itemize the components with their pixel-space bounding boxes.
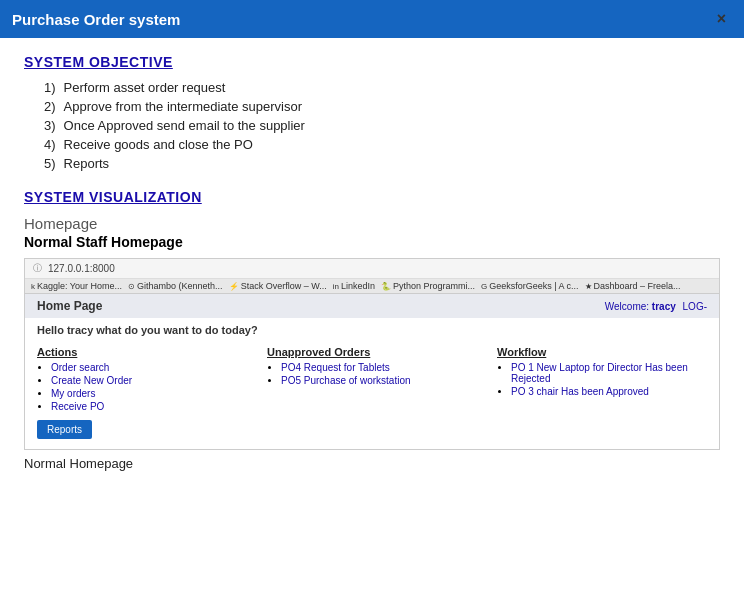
list-item: Once Approved send email to the supplier bbox=[44, 118, 720, 133]
inner-app-welcome: Welcome: tracy LOG- bbox=[605, 301, 707, 312]
address-bar: ⓘ 127.0.0.1:8000 bbox=[25, 259, 719, 279]
reports-button[interactable]: Reports bbox=[37, 420, 92, 439]
logout-label: LOG- bbox=[683, 301, 707, 312]
tab-icon: k bbox=[31, 282, 35, 291]
browser-frame: ⓘ 127.0.0.1:8000 k Kaggle: Your Home... … bbox=[24, 258, 720, 450]
action-link[interactable]: Receive PO bbox=[51, 401, 104, 412]
list-item: Receive PO bbox=[51, 401, 247, 412]
homepage-label: Homepage bbox=[24, 215, 720, 232]
action-link[interactable]: My orders bbox=[51, 388, 95, 399]
order-link[interactable]: PO4 Request for Tablets bbox=[281, 362, 390, 373]
unapproved-orders-column: Unapproved Orders PO4 Request for Tablet… bbox=[267, 346, 477, 439]
close-button[interactable]: × bbox=[711, 8, 732, 30]
inner-app: Home Page Welcome: tracy LOG- Hello trac… bbox=[25, 294, 719, 449]
list-item: Approve from the intermediate supervisor bbox=[44, 99, 720, 114]
tab-label: Dashboard – Freela... bbox=[594, 281, 681, 291]
workflow-column: Workflow PO 1 New Laptop for Director Ha… bbox=[497, 346, 707, 439]
browser-tabs-bar: k Kaggle: Your Home... ⊙ Githambo (Kenne… bbox=[25, 279, 719, 294]
action-link[interactable]: Create New Order bbox=[51, 375, 132, 386]
system-objective-section: SYSTEM OBJECTIVE Perform asset order req… bbox=[24, 54, 720, 171]
tab-icon: in bbox=[333, 282, 339, 291]
tab-icon: ⊙ bbox=[128, 282, 135, 291]
list-item: Create New Order bbox=[51, 375, 247, 386]
main-content: SYSTEM OBJECTIVE Perform asset order req… bbox=[0, 38, 744, 591]
browser-tab: ⊙ Githambo (Kenneth... bbox=[128, 281, 223, 291]
order-link[interactable]: PO5 Purchase of workstation bbox=[281, 375, 411, 386]
window-title: Purchase Order system bbox=[12, 11, 180, 28]
tab-icon: ⚡ bbox=[229, 282, 239, 291]
inner-app-header: Home Page Welcome: tracy LOG- bbox=[25, 294, 719, 318]
list-item: My orders bbox=[51, 388, 247, 399]
url-text: 127.0.0.1:8000 bbox=[48, 263, 115, 274]
title-bar: Purchase Order system × bbox=[0, 0, 744, 38]
browser-tab: G GeeksforGeeks | A c... bbox=[481, 281, 579, 291]
browser-tab: 🐍 Python Programmi... bbox=[381, 281, 475, 291]
unapproved-orders-list: PO4 Request for Tablets PO5 Purchase of … bbox=[267, 362, 477, 386]
workflow-link[interactable]: PO 1 New Laptop for Director Has been Re… bbox=[511, 362, 688, 384]
actions-list: Order search Create New Order My orders … bbox=[37, 362, 247, 412]
list-item: PO 1 New Laptop for Director Has been Re… bbox=[511, 362, 707, 384]
list-item: Receive goods and close the PO bbox=[44, 137, 720, 152]
browser-tab: k Kaggle: Your Home... bbox=[31, 281, 122, 291]
tab-label: LinkedIn bbox=[341, 281, 375, 291]
inner-app-title: Home Page bbox=[37, 299, 102, 313]
tab-icon: 🐍 bbox=[381, 282, 391, 291]
normal-staff-homepage-label: Normal Staff Homepage bbox=[24, 234, 720, 250]
info-icon: ⓘ bbox=[33, 262, 42, 275]
inner-greeting: Hello tracy what do you want to do today… bbox=[25, 318, 719, 342]
list-item: Reports bbox=[44, 156, 720, 171]
actions-title: Actions bbox=[37, 346, 247, 358]
tab-label: Stack Overflow – W... bbox=[241, 281, 327, 291]
tab-icon: ★ bbox=[585, 282, 592, 291]
unapproved-orders-title: Unapproved Orders bbox=[267, 346, 477, 358]
list-item: Perform asset order request bbox=[44, 80, 720, 95]
actions-column: Actions Order search Create New Order My… bbox=[37, 346, 247, 439]
system-objective-list: Perform asset order request Approve from… bbox=[24, 80, 720, 171]
welcome-text: Welcome: bbox=[605, 301, 649, 312]
workflow-title: Workflow bbox=[497, 346, 707, 358]
workflow-list: PO 1 New Laptop for Director Has been Re… bbox=[497, 362, 707, 397]
browser-tab: in LinkedIn bbox=[333, 281, 375, 291]
list-item: Order search bbox=[51, 362, 247, 373]
welcome-username: tracy bbox=[652, 301, 676, 312]
system-objective-heading: SYSTEM OBJECTIVE bbox=[24, 54, 720, 70]
list-item: PO 3 chair Has been Approved bbox=[511, 386, 707, 397]
system-visualization-heading: SYSTEM VISUALIZATION bbox=[24, 189, 720, 205]
system-visualization-section: SYSTEM VISUALIZATION Homepage Normal Sta… bbox=[24, 189, 720, 471]
action-link[interactable]: Order search bbox=[51, 362, 109, 373]
tab-label: GeeksforGeeks | A c... bbox=[489, 281, 578, 291]
list-item: PO4 Request for Tablets bbox=[281, 362, 477, 373]
browser-tab: ⚡ Stack Overflow – W... bbox=[229, 281, 327, 291]
workflow-link[interactable]: PO 3 chair Has been Approved bbox=[511, 386, 649, 397]
tab-label: Githambo (Kenneth... bbox=[137, 281, 223, 291]
tab-icon: G bbox=[481, 282, 487, 291]
inner-body: Actions Order search Create New Order My… bbox=[25, 342, 719, 449]
tab-label: Kaggle: Your Home... bbox=[37, 281, 122, 291]
browser-tab: ★ Dashboard – Freela... bbox=[585, 281, 681, 291]
tab-label: Python Programmi... bbox=[393, 281, 475, 291]
normal-homepage-label: Normal Homepage bbox=[24, 456, 720, 471]
list-item: PO5 Purchase of workstation bbox=[281, 375, 477, 386]
